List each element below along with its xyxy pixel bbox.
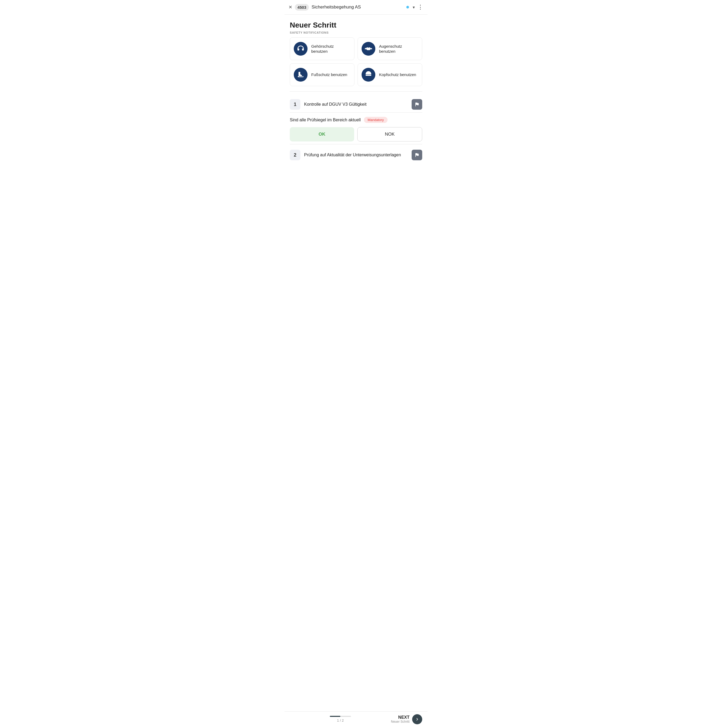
next-sublabel: Neuer Schritt: [391, 720, 409, 724]
next-label: NEXT: [391, 715, 409, 720]
page-footer: 1 / 2 NEXT Neuer Schritt: [285, 711, 427, 728]
answer-buttons: OK NOK: [290, 127, 422, 141]
head-protection-icon: [362, 68, 375, 82]
page-title: Neuer Schritt: [290, 21, 422, 30]
header-title: Sicherheitsbegehung AS: [312, 4, 403, 10]
foot-protection-label: Fußschutz benutzen: [311, 72, 347, 77]
svg-point-6: [368, 72, 369, 74]
more-options-icon[interactable]: ⋮: [417, 4, 423, 10]
nok-button[interactable]: NOK: [357, 127, 422, 141]
step-number-2: 2: [290, 150, 300, 160]
pagination-label: 1 / 2: [337, 718, 344, 722]
chevron-down-icon[interactable]: ▾: [413, 5, 415, 10]
divider-1: [290, 91, 422, 92]
next-button-group: NEXT Neuer Schritt: [391, 714, 422, 724]
status-dot: [406, 6, 409, 9]
safety-card-head[interactable]: Kopfschutz benutzen: [357, 63, 422, 86]
svg-rect-3: [371, 48, 372, 49]
ear-protection-icon: [294, 42, 307, 56]
page-content: Neuer Schritt SAFETY NOTIFICATIONS Gehör…: [285, 15, 427, 184]
svg-rect-5: [366, 75, 371, 76]
flag-button-1[interactable]: [412, 99, 422, 110]
next-text: NEXT Neuer Schritt: [391, 715, 409, 724]
svg-rect-4: [368, 49, 369, 49]
close-icon[interactable]: ×: [289, 4, 292, 10]
step-text-1: Kontrolle auf DGUV V3 Gültigkeit: [304, 102, 408, 107]
pagination-track: [330, 716, 351, 717]
step-text-2: Prüfung auf Aktualität der Unterweisungs…: [304, 153, 408, 157]
svg-rect-2: [365, 48, 366, 49]
footer-pagination: 1 / 2: [290, 716, 391, 723]
step-number-1: 1: [290, 99, 300, 110]
step-row-1: 1 Kontrolle auf DGUV V3 Gültigkeit: [290, 96, 422, 112]
ear-protection-label: Gehörschutz benutzen: [311, 44, 350, 54]
question-section: Sind alle Prüfsiegel im Bereich aktuell …: [290, 112, 422, 144]
eye-protection-icon: [362, 42, 375, 56]
safety-cards-grid: Gehörschutz benutzen Augenschutz benutze…: [290, 37, 422, 86]
safety-card-ear[interactable]: Gehörschutz benutzen: [290, 37, 355, 60]
mandatory-badge: Mandatory: [364, 117, 387, 123]
pagination-bar: [290, 716, 391, 717]
safety-card-eye[interactable]: Augenschutz benutzen: [357, 37, 422, 60]
question-row: Sind alle Prüfsiegel im Bereich aktuell …: [290, 117, 422, 123]
head-protection-label: Kopfschutz benutzen: [379, 72, 416, 77]
foot-protection-icon: [294, 68, 307, 82]
safety-card-foot[interactable]: Fußschutz benutzen: [290, 63, 355, 86]
pagination-fill: [330, 716, 340, 717]
flag-button-2[interactable]: [412, 150, 422, 160]
section-label: SAFETY NOTIFICATIONS: [290, 31, 422, 34]
app-header: × 4503 Sicherheitsbegehung AS ▾ ⋮: [285, 0, 427, 15]
ok-button[interactable]: OK: [290, 127, 354, 141]
next-button[interactable]: [412, 714, 422, 724]
question-text: Sind alle Prüfsiegel im Bereich aktuell: [290, 118, 361, 122]
step-row-2: 2 Prüfung auf Aktualität der Unterweisun…: [290, 147, 422, 163]
header-badge: 4503: [295, 4, 309, 10]
eye-protection-label: Augenschutz benutzen: [379, 44, 418, 54]
